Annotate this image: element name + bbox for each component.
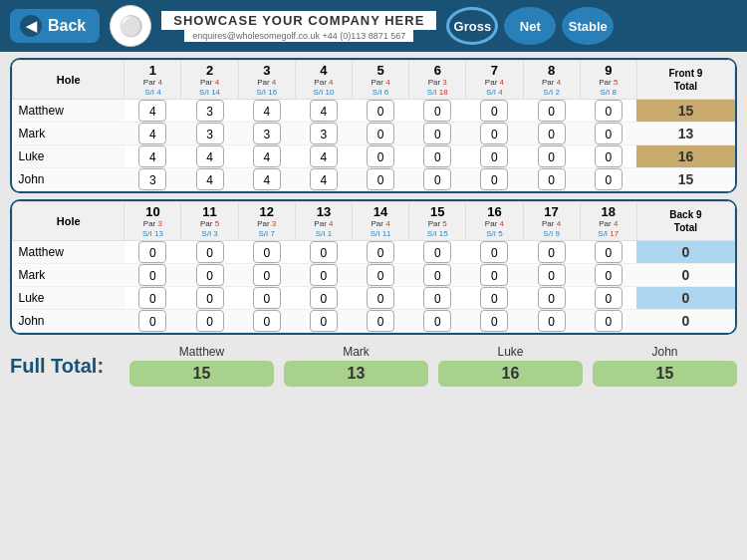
luke-hole16[interactable]: 0 — [466, 287, 523, 310]
matthew-hole6[interactable]: 0 — [409, 100, 466, 123]
john-hole15[interactable]: 0 — [409, 310, 466, 333]
john-hole1[interactable]: 3 — [124, 168, 181, 191]
john-hole8[interactable]: 0 — [523, 168, 580, 191]
back-button[interactable]: ◀ Back — [10, 9, 100, 43]
john-hole10[interactable]: 0 — [124, 310, 181, 333]
mark-hole4[interactable]: 3 — [295, 123, 352, 145]
luke-hole13[interactable]: 0 — [295, 287, 352, 310]
front9-scorecard: Hole 1Par 4S/I 4 2Par 4S/I 14 3Par 4S/I … — [10, 58, 737, 193]
matthew-hole12[interactable]: 0 — [238, 241, 295, 264]
matthew-hole13[interactable]: 0 — [295, 241, 352, 264]
luke-hole4[interactable]: 4 — [295, 145, 352, 168]
mark-hole6[interactable]: 0 — [409, 123, 466, 145]
matthew-hole1[interactable]: 4 — [124, 100, 181, 123]
back-arrow-icon: ◀ — [20, 15, 42, 37]
matthew-hole11[interactable]: 0 — [181, 241, 238, 264]
john-hole16[interactable]: 0 — [466, 310, 523, 333]
mark-hole3[interactable]: 3 — [238, 123, 295, 145]
john-hole7[interactable]: 0 — [466, 168, 523, 191]
matthew-hole2[interactable]: 3 — [181, 100, 238, 123]
luke-hole3[interactable]: 4 — [238, 145, 295, 168]
gross-button[interactable]: Gross — [446, 7, 498, 45]
luke-hole5[interactable]: 0 — [353, 145, 409, 168]
matthew-hole10[interactable]: 0 — [124, 241, 181, 264]
matthew-hole8[interactable]: 0 — [523, 100, 580, 123]
mark-hole12[interactable]: 0 — [238, 264, 295, 287]
mark-hole7[interactable]: 0 — [466, 123, 523, 145]
hole-label: Hole — [13, 61, 124, 100]
luke-hole15[interactable]: 0 — [409, 287, 466, 310]
header: ◀ Back ⚪ SHOWCASE YOUR COMPANY HERE enqu… — [0, 0, 747, 52]
mark-hole9[interactable]: 0 — [580, 123, 636, 145]
luke-hole11[interactable]: 0 — [181, 287, 238, 310]
john-hole18[interactable]: 0 — [580, 310, 636, 333]
luke-hole1[interactable]: 4 — [124, 145, 181, 168]
mark-hole17[interactable]: 0 — [523, 264, 580, 287]
luke-hole6[interactable]: 0 — [409, 145, 466, 168]
mark-hole8[interactable]: 0 — [523, 123, 580, 145]
luke-hole14[interactable]: 0 — [353, 287, 409, 310]
back9-scorecard: Hole 10Par 3S/I 13 11Par 5S/I 3 12Par 3S… — [10, 199, 737, 335]
john-hole17[interactable]: 0 — [523, 310, 580, 333]
mark-hole2[interactable]: 3 — [181, 123, 238, 145]
john-hole6[interactable]: 0 — [409, 168, 466, 191]
hole-4-header: 4Par 4S/I 10 — [295, 61, 352, 100]
luke-hole7[interactable]: 0 — [466, 145, 523, 168]
back-label: Back — [48, 17, 86, 35]
luke-hole12[interactable]: 0 — [238, 287, 295, 310]
hole-17-header: 17Par 4S/I 9 — [523, 202, 580, 241]
luke-hole10[interactable]: 0 — [124, 287, 181, 310]
logo: ⚪ — [110, 5, 151, 47]
luke-hole17[interactable]: 0 — [523, 287, 580, 310]
luke-hole8[interactable]: 0 — [523, 145, 580, 168]
mark-hole5[interactable]: 0 — [353, 123, 409, 145]
mark-hole13[interactable]: 0 — [295, 264, 352, 287]
matthew-hole17[interactable]: 0 — [523, 241, 580, 264]
mark-hole1[interactable]: 4 — [124, 123, 181, 145]
mark-hole10[interactable]: 0 — [124, 264, 181, 287]
hole-16-header: 16Par 4S/I 5 — [466, 202, 523, 241]
matthew-hole5[interactable]: 0 — [353, 100, 409, 123]
john-hole3[interactable]: 4 — [238, 168, 295, 191]
matthew-hole7[interactable]: 0 — [466, 100, 523, 123]
mark-hole16[interactable]: 0 — [466, 264, 523, 287]
john-hole4[interactable]: 4 — [295, 168, 352, 191]
luke-name-back: Luke — [13, 287, 124, 310]
john-hole9[interactable]: 0 — [580, 168, 636, 191]
mark-hole18[interactable]: 0 — [580, 264, 636, 287]
john-front9-total: 15 — [636, 168, 734, 191]
john-hole5[interactable]: 0 — [353, 168, 409, 191]
stable-button[interactable]: Stable — [562, 7, 614, 45]
hole-9-header: 9Par 5S/I 8 — [580, 61, 636, 100]
matthew-hole15[interactable]: 0 — [409, 241, 466, 264]
john-hole14[interactable]: 0 — [353, 310, 409, 333]
matthew-back9-total: 0 — [636, 241, 734, 264]
mark-hole15[interactable]: 0 — [409, 264, 466, 287]
hole-3-header: 3Par 4S/I 16 — [238, 61, 295, 100]
john-hole2[interactable]: 4 — [181, 168, 238, 191]
matthew-hole14[interactable]: 0 — [353, 241, 409, 264]
hole-2-header: 2Par 4S/I 14 — [181, 61, 238, 100]
luke-front9-row: Luke 4 4 4 4 0 0 0 0 0 16 — [13, 145, 735, 168]
matthew-hole18[interactable]: 0 — [580, 241, 636, 264]
matthew-hole4[interactable]: 4 — [295, 100, 352, 123]
matthew-footer-label: Matthew — [129, 345, 274, 359]
john-hole12[interactable]: 0 — [238, 310, 295, 333]
luke-footer-label: Luke — [438, 345, 583, 359]
matthew-hole9[interactable]: 0 — [580, 100, 636, 123]
enquiry-text: enquires@wholesomegolf.co.uk +44 (0)113 … — [184, 30, 413, 42]
net-button[interactable]: Net — [504, 7, 556, 45]
matthew-hole16[interactable]: 0 — [466, 241, 523, 264]
luke-hole2[interactable]: 4 — [181, 145, 238, 168]
john-hole13[interactable]: 0 — [295, 310, 352, 333]
hole-13-header: 13Par 4S/I 1 — [295, 202, 352, 241]
hole-14-header: 14Par 4S/I 11 — [353, 202, 409, 241]
luke-hole9[interactable]: 0 — [580, 145, 636, 168]
mark-hole11[interactable]: 0 — [181, 264, 238, 287]
mark-hole14[interactable]: 0 — [353, 264, 409, 287]
john-hole11[interactable]: 0 — [181, 310, 238, 333]
luke-hole18[interactable]: 0 — [580, 287, 636, 310]
john-back9-row: John 0 0 0 0 0 0 0 0 0 0 — [13, 310, 735, 333]
hole-11-header: 11Par 5S/I 3 — [181, 202, 238, 241]
matthew-hole3[interactable]: 4 — [238, 100, 295, 123]
